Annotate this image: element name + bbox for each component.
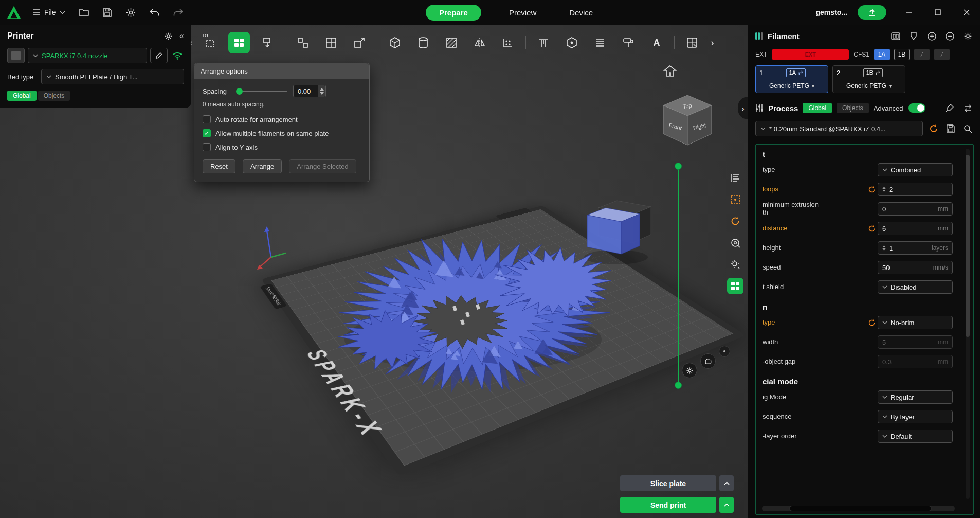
- extruder-icon[interactable]: [908, 30, 920, 42]
- setting-input[interactable]: 5 mm: [878, 335, 953, 349]
- tab-prepare[interactable]: Prepare: [426, 5, 481, 21]
- bed-type-select[interactable]: Smooth PEI Plate / High T...: [41, 69, 184, 84]
- send-options-button[interactable]: [719, 497, 734, 513]
- edit-printer-button[interactable]: [150, 48, 168, 63]
- printer-select[interactable]: SPARKX i7 0.4 nozzle: [28, 48, 147, 63]
- reset-icon[interactable]: [868, 225, 876, 233]
- reset-icon[interactable]: [868, 319, 876, 327]
- split-parts-tool[interactable]: [320, 32, 342, 53]
- arrange-selected-button[interactable]: Arrange Selected: [289, 159, 356, 173]
- navcube-right-label[interactable]: Right: [693, 122, 707, 131]
- auto-rotate-option[interactable]: Auto rotate for arrangement: [203, 115, 361, 123]
- add-filament-icon[interactable]: [925, 30, 938, 42]
- spacing-slider-knob[interactable]: [236, 88, 243, 95]
- setting-dropdown[interactable]: By layer: [878, 410, 953, 423]
- add-cube-tool[interactable]: [384, 32, 406, 53]
- variable-layer-tool[interactable]: [589, 32, 611, 53]
- slot-tray-select[interactable]: 1B ⇄: [863, 68, 883, 77]
- auto-orient-tool[interactable]: TO: [200, 32, 222, 53]
- setting-input[interactable]: 50 mm/s: [878, 261, 953, 274]
- setting-dropdown[interactable]: Disabled: [878, 280, 953, 294]
- setting-dropdown[interactable]: No-brim: [878, 316, 953, 329]
- tray-badge-empty[interactable]: /: [914, 49, 930, 60]
- plate-edit-bubble[interactable]: [700, 353, 716, 369]
- add-cylinder-tool[interactable]: [412, 32, 434, 53]
- process-preset-select[interactable]: * 0.20mm Standard @SPARKX i7 0.4...: [755, 121, 923, 136]
- save-button[interactable]: [99, 4, 116, 21]
- multi-filament-checkbox[interactable]: ✓: [203, 129, 211, 137]
- toolbar-expand-icon[interactable]: ›: [710, 37, 715, 48]
- lay-flat-tool[interactable]: [257, 32, 278, 53]
- build-plate[interactable]: Smooth PEI Plate SPARK-X: [261, 206, 746, 477]
- ams-icon[interactable]: [890, 30, 902, 42]
- layer-slider-handle-top[interactable]: [675, 163, 682, 170]
- search-settings-icon[interactable]: [961, 122, 974, 135]
- spacing-input[interactable]: 0.00: [293, 85, 326, 97]
- plate-layout-tool[interactable]: [681, 32, 703, 53]
- scrollbar-thumb[interactable]: [789, 506, 932, 511]
- username-label[interactable]: gemsto...: [816, 8, 847, 16]
- setting-input[interactable]: 0 mm: [878, 202, 953, 216]
- model-slab[interactable]: [598, 201, 651, 243]
- navcube-top-label[interactable]: Top: [682, 102, 693, 110]
- auto-rotate-checkbox[interactable]: [203, 115, 211, 123]
- slot-material-select[interactable]: Generic PETG ▾: [756, 79, 828, 93]
- upload-button[interactable]: [858, 5, 886, 20]
- remove-filament-icon[interactable]: [943, 30, 956, 42]
- seam-paint-tool[interactable]: [561, 32, 583, 53]
- setting-dropdown[interactable]: Default: [878, 430, 953, 443]
- filament-slot-1[interactable]: 1 1A ⇄ Generic PETG ▾: [755, 65, 828, 93]
- scrollbar-thumb[interactable]: [966, 155, 970, 337]
- undo-button[interactable]: [147, 4, 163, 21]
- printer-panel-collapse-button[interactable]: «: [179, 31, 184, 41]
- send-print-button[interactable]: Send print: [620, 497, 716, 513]
- nav-cube[interactable]: Top Front Right: [663, 95, 712, 145]
- ext-status-bar[interactable]: EXT: [772, 49, 849, 60]
- multi-filament-option[interactable]: ✓ Allow multiple filaments on same plate: [203, 129, 361, 137]
- mirror-tool[interactable]: [469, 32, 491, 53]
- tray-badge-empty[interactable]: /: [934, 49, 950, 60]
- layer-range-slider[interactable]: [675, 163, 682, 389]
- settings-horizontal-scrollbar[interactable]: [762, 506, 955, 511]
- process-tab-global[interactable]: Global: [803, 103, 832, 113]
- split-objects-tool[interactable]: [292, 32, 314, 53]
- settings-vertical-scrollbar[interactable]: [966, 149, 970, 499]
- layer-slider-handle-bottom[interactable]: [675, 382, 682, 389]
- tab-device[interactable]: Device: [564, 5, 598, 20]
- advanced-toggle[interactable]: [908, 103, 925, 113]
- filament-settings-icon[interactable]: [961, 30, 974, 42]
- setting-dropdown[interactable]: Combined: [878, 163, 953, 176]
- redo-button[interactable]: [170, 4, 187, 21]
- brush-icon[interactable]: [943, 102, 956, 114]
- slot-tray-select[interactable]: 1A ⇄: [786, 68, 806, 77]
- text-tool[interactable]: A: [646, 32, 667, 53]
- reset-icon[interactable]: [868, 186, 876, 193]
- wifi-icon[interactable]: [171, 47, 184, 64]
- plate-lock-bubble[interactable]: [719, 346, 730, 357]
- printer-tab-global[interactable]: Global: [7, 91, 37, 101]
- plate-settings-bubble[interactable]: [682, 363, 697, 378]
- reset-preset-icon[interactable]: [928, 122, 940, 135]
- setting-input[interactable]: 6 mm: [878, 222, 953, 235]
- tray-badge-1a[interactable]: 1A: [874, 49, 890, 60]
- slice-plate-button[interactable]: Slice plate: [620, 475, 716, 491]
- inspect-icon[interactable]: [727, 256, 743, 273]
- window-minimize-button[interactable]: [901, 4, 917, 21]
- home-view-button[interactable]: [662, 63, 678, 79]
- tab-preview[interactable]: Preview: [504, 5, 541, 20]
- refresh-icon[interactable]: [727, 213, 743, 229]
- spool-icon[interactable]: [727, 235, 743, 251]
- marquee-select-icon[interactable]: [727, 191, 743, 208]
- printer-tab-objects[interactable]: Objects: [38, 91, 70, 101]
- plate-grid-icon[interactable]: [727, 278, 743, 294]
- panel-expand-tab[interactable]: ›: [738, 97, 748, 119]
- array-tool[interactable]: [497, 32, 519, 53]
- align-y-checkbox[interactable]: [203, 143, 211, 151]
- arrange-button[interactable]: Arrange: [243, 159, 282, 173]
- spacing-slider[interactable]: [238, 91, 287, 92]
- setting-spinner[interactable]: 1 layers: [878, 241, 953, 255]
- printer-settings-button[interactable]: [162, 30, 174, 42]
- slice-options-button[interactable]: [719, 475, 734, 491]
- spacing-spinner[interactable]: [318, 85, 325, 97]
- scale-tool[interactable]: [349, 32, 370, 53]
